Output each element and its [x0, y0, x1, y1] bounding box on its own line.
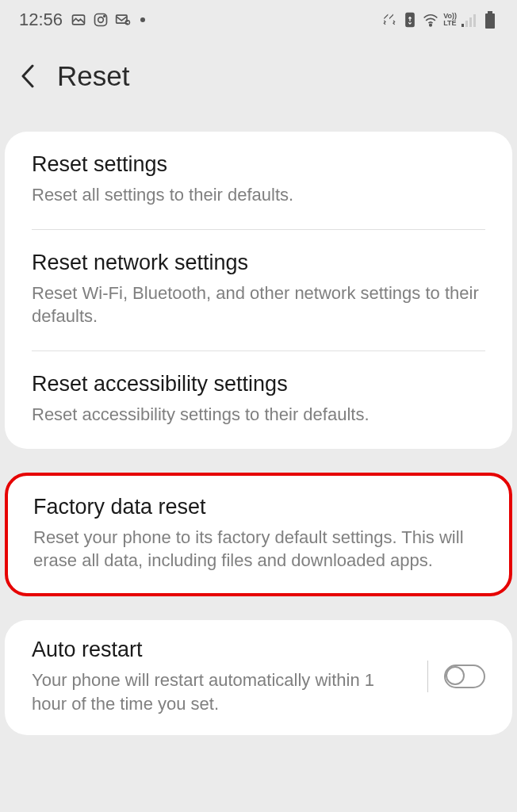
status-left: 12:56: [19, 10, 145, 30]
auto-restart-card: Auto restart Your phone will restart aut…: [5, 620, 512, 734]
reset-accessibility-desc: Reset accessibility settings to their de…: [32, 403, 485, 427]
svg-rect-10: [469, 17, 472, 27]
status-icons-left: [71, 12, 145, 28]
reset-settings-title: Reset settings: [32, 152, 485, 177]
reset-accessibility-item[interactable]: Reset accessibility settings Reset acces…: [5, 351, 512, 449]
more-icon: [140, 17, 145, 22]
reset-network-title: Reset network settings: [32, 251, 485, 275]
volte-icon: Vo))LTE: [443, 13, 457, 27]
signal-icon: [461, 12, 477, 28]
svg-rect-11: [473, 14, 476, 27]
svg-rect-8: [461, 24, 464, 27]
factory-reset-card: Factory data reset Reset your phone to i…: [5, 473, 512, 596]
toggle-knob: [446, 666, 465, 685]
svg-point-2: [98, 17, 104, 23]
battery-icon: [482, 12, 498, 28]
header: Reset: [0, 35, 517, 108]
factory-reset-title: Factory data reset: [33, 495, 484, 519]
factory-reset-item[interactable]: Factory data reset Reset your phone to i…: [8, 476, 509, 593]
back-icon[interactable]: [17, 66, 38, 86]
reset-network-item[interactable]: Reset network settings Reset Wi-Fi, Blue…: [5, 230, 512, 350]
status-time: 12:56: [19, 10, 63, 30]
auto-restart-item[interactable]: Auto restart Your phone will restart aut…: [5, 620, 512, 734]
vibrate-icon: [381, 12, 397, 28]
toggle-wrap: [427, 661, 485, 692]
auto-restart-title: Auto restart: [32, 638, 412, 662]
svg-point-7: [430, 24, 432, 25]
page-title: Reset: [57, 60, 129, 92]
svg-point-3: [104, 16, 105, 17]
reset-settings-item[interactable]: Reset settings Reset all settings to the…: [5, 132, 512, 229]
toggle-divider: [427, 661, 428, 692]
auto-restart-toggle[interactable]: [444, 665, 485, 688]
instagram-icon: [93, 12, 109, 28]
data-saver-icon: [402, 12, 418, 28]
reset-network-desc: Reset Wi-Fi, Bluetooth, and other networ…: [32, 282, 485, 328]
auto-restart-desc: Your phone will restart automatically wi…: [32, 668, 412, 715]
reset-settings-desc: Reset all settings to their defaults.: [32, 183, 485, 207]
svg-rect-12: [488, 11, 492, 13]
svg-rect-9: [465, 21, 468, 27]
status-right: Vo))LTE: [381, 12, 498, 28]
factory-reset-desc: Reset your phone to its factory default …: [33, 526, 484, 573]
auto-restart-text: Auto restart Your phone will restart aut…: [32, 638, 427, 715]
image-icon: [71, 12, 86, 28]
svg-rect-13: [485, 13, 495, 29]
wifi-icon: [423, 12, 438, 28]
status-bar: 12:56: [0, 0, 517, 35]
reset-accessibility-title: Reset accessibility settings: [32, 372, 485, 396]
email-icon: [115, 12, 131, 28]
reset-options-card: Reset settings Reset all settings to the…: [5, 132, 512, 449]
